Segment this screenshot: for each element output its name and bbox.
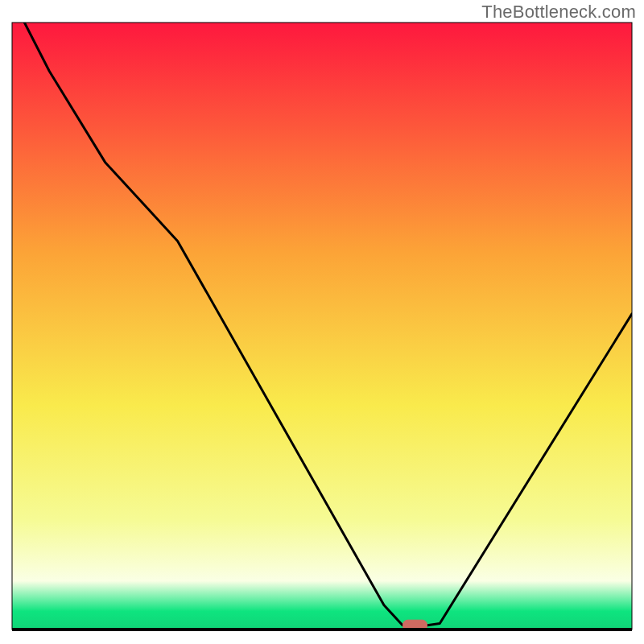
watermark-text: TheBottleneck.com [481, 2, 636, 23]
plot-background [12, 23, 632, 630]
chart-container: TheBottleneck.com [0, 0, 644, 644]
bottleneck-chart [0, 0, 644, 644]
